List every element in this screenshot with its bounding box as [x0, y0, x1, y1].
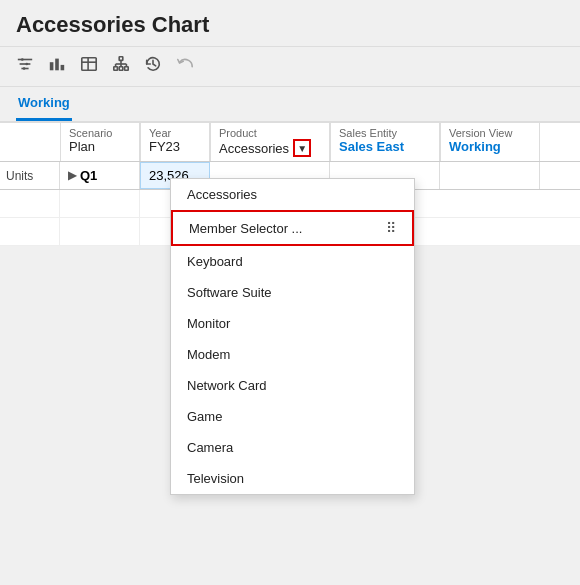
- q1-label: Q1: [80, 168, 97, 183]
- dropdown-item-accessories[interactable]: Accessories: [171, 179, 414, 210]
- svg-rect-7: [55, 59, 59, 71]
- member-selector-icon: ⠿: [386, 220, 396, 236]
- q1-header-cell: ▶ Q1: [60, 162, 140, 189]
- filter-icon[interactable]: [16, 55, 34, 78]
- svg-rect-13: [114, 67, 118, 71]
- svg-rect-8: [61, 65, 65, 70]
- table-icon[interactable]: [80, 55, 98, 78]
- col-label-product: Product: [219, 127, 257, 139]
- hierarchy-icon[interactable]: [112, 55, 130, 78]
- product-dropdown-menu: Accessories Member Selector ... ⠿ Keyboa…: [170, 178, 415, 495]
- col-header-product: Product Accessories ▼: [210, 123, 330, 161]
- row-label-units: Units: [0, 162, 60, 189]
- col-label-sales: Sales Entity: [339, 127, 397, 139]
- col-value-product: Accessories ▼: [219, 139, 311, 157]
- svg-point-3: [21, 58, 24, 61]
- toolbar: [0, 47, 580, 87]
- dropdown-item-game[interactable]: Game: [171, 401, 414, 432]
- dropdown-item-television[interactable]: Television: [171, 463, 414, 494]
- svg-point-5: [23, 67, 26, 70]
- svg-rect-9: [82, 58, 96, 71]
- page-title: Accessories Chart: [16, 12, 209, 37]
- col-header-scenario: Scenario Plan: [60, 123, 140, 161]
- dropdown-item-modem[interactable]: Modem: [171, 339, 414, 370]
- svg-rect-12: [119, 57, 123, 61]
- col-header-sales: Sales Entity Sales East: [330, 123, 440, 161]
- expand-icon[interactable]: ▶: [68, 169, 76, 182]
- column-headers: Scenario Plan Year FY23 Product Accessor…: [0, 123, 580, 162]
- col-label-version: Version View: [449, 127, 512, 139]
- dropdown-item-network-card[interactable]: Network Card: [171, 370, 414, 401]
- col-header-version: Version View Working: [440, 123, 540, 161]
- svg-rect-6: [50, 62, 54, 70]
- col-header-year: Year FY23: [140, 123, 210, 161]
- page-header: Accessories Chart: [0, 0, 580, 47]
- dropdown-item-monitor[interactable]: Monitor: [171, 308, 414, 339]
- svg-rect-14: [119, 67, 123, 71]
- col-label-year: Year: [149, 127, 171, 139]
- svg-point-4: [25, 63, 28, 66]
- row-label-spacer: [0, 123, 60, 161]
- dropdown-item-keyboard[interactable]: Keyboard: [171, 246, 414, 277]
- row-label-text: Units: [6, 169, 33, 183]
- svg-rect-15: [125, 67, 129, 71]
- dropdown-item-software-suite[interactable]: Software Suite: [171, 277, 414, 308]
- col-value-sales: Sales East: [339, 139, 404, 154]
- col-value-year: FY23: [149, 139, 180, 154]
- col-value-version: Working: [449, 139, 501, 154]
- col-label-scenario: Scenario: [69, 127, 112, 139]
- undo-icon[interactable]: [176, 55, 194, 78]
- dropdown-item-member-selector[interactable]: Member Selector ... ⠿: [171, 210, 414, 246]
- empty-cell-3: [440, 162, 540, 189]
- history-icon[interactable]: [144, 55, 162, 78]
- tab-working[interactable]: Working: [16, 87, 72, 121]
- main-area: Scenario Plan Year FY23 Product Accessor…: [0, 123, 580, 246]
- product-value-text: Accessories: [219, 141, 289, 156]
- tabs-bar: Working: [0, 87, 580, 123]
- chart-icon[interactable]: [48, 55, 66, 78]
- product-dropdown-button[interactable]: ▼: [293, 139, 311, 157]
- dropdown-item-camera[interactable]: Camera: [171, 432, 414, 463]
- col-value-scenario: Plan: [69, 139, 95, 154]
